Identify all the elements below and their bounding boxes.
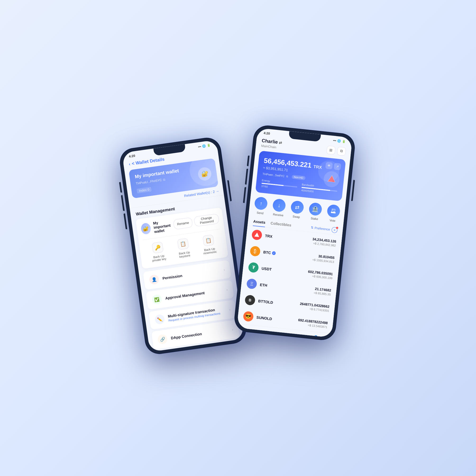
backup-key-label: Back Up private key [152,254,166,262]
right-wifi-icon: 🌐 [337,139,341,143]
left-screen: 4:20 MainChain ▪▪▪ 🌐 🔋 ‹ < Wallet Detail… [122,140,244,352]
addr-copy-icon[interactable]: ⧉ [286,175,288,178]
badge-notification: 1 [336,227,338,229]
wallet-address-text: THPvaU...Fhn5YC [136,178,162,185]
side-button-mute [119,182,122,193]
usdt-values: 602,786.035091 ≈$ 606,000.199 [308,269,333,280]
action-swap[interactable]: ⇄ Swap [290,200,304,219]
wallet-index: Index 0 [136,187,152,194]
usdt-symbol: USDT [261,266,280,272]
multisig-arrow: › [229,307,231,312]
backup-keystore[interactable]: 📋 Back Up keystore [177,238,190,258]
nav-collectibles-icon: ⬡ [270,331,275,337]
balance-controls: 👁 ↗ [325,162,341,170]
svg-marker-0 [328,175,336,182]
qr-button[interactable]: ⧉ [337,147,346,156]
receive-circle: ↓ [272,198,286,212]
btc-verified: ✓ [272,251,276,255]
tab-assets[interactable]: Assets [253,217,266,227]
rename-button[interactable]: Rename [173,217,193,230]
backup-private-key[interactable]: 🔑 Back Up private key [150,241,167,262]
asset-list: TRX 34,234,453.126 ≈$ 2,760,842.982 ₿ BT… [237,226,342,333]
preference-label: Preference [314,226,330,231]
backup-keystore-label: Back Up keystore [179,250,191,258]
right-status-icons: ▪▪▪ 🌐 🔋 [333,139,346,143]
scan-button[interactable]: ⊞ [326,145,336,155]
right-side-button-power [351,180,355,201]
left-phone: 4:20 MainChain ▪▪▪ 🌐 🔋 ‹ < Wallet Detail… [118,136,248,356]
approval-icon: ✅ [152,294,162,305]
btt-values: 2648771.04328662 ≈$ 6.77419355 [299,301,329,312]
permission-text: Permission [162,268,220,280]
sun-symbol: SUNOLD [256,315,275,321]
nav-profile[interactable]: 👤 [312,335,319,338]
vote-circle: 🗳 [327,204,341,218]
preference-button[interactable]: ⇅ Preference [311,226,330,231]
btc-symbol: BTC ✓ [263,250,282,256]
add-asset-button[interactable]: + 1 [331,227,338,233]
trx-symbol: TRX [265,234,283,240]
wallet-name-text: My important wallet [153,219,172,234]
eth-symbol: ETH [260,283,278,289]
swap-circle: ⇄ [290,200,304,214]
stake-label: Stake [310,217,318,221]
swap-label: Swap [292,215,300,219]
btc-values: 30.810455 ≈$ 1555,934.813 [312,253,335,263]
side-button-power [227,180,232,201]
backup-key-icon: 🔑 [152,242,163,254]
nav-assets-icon: ◉ [249,328,254,335]
action-send[interactable]: ↑ Send [254,196,268,215]
dapp-arrow: › [232,327,234,331]
signal-icon: ▪▪▪ [198,145,201,149]
approval-text: Approval Management [165,288,223,300]
balance-main: 56,456,453.221 TRX ≈ $3,951,951.71 THPwe… [262,157,340,184]
backup-mnemonic[interactable]: 📋 Back Up mnemonic [201,234,217,255]
right-signal-icon: ▪▪▪ [333,139,336,142]
btt-icon: B [245,295,256,306]
action-vote[interactable]: 🗳 Vote [326,204,341,223]
backup-mnemonic-label: Back Up mnemonic [203,247,217,255]
nav-history[interactable]: ◷ [291,333,296,338]
stake-circle: 🏦 [308,202,322,216]
nav-assets-dot [250,335,251,336]
swap-icon[interactable]: ⇄ [279,140,282,145]
action-stake[interactable]: 🏦 Stake [308,202,322,221]
backup-keystore-icon: 📋 [177,238,189,250]
nav-collectibles[interactable]: ⬡ [270,331,275,338]
btt-symbol: BTTOLD [258,299,277,305]
permission-label: Permission [162,268,220,280]
wallet-avatar: 🔐 [140,222,151,235]
multisig-icon: ✏️ [154,314,165,325]
wallet-card-decoration: 🔐 [197,166,212,181]
balance-currency: TRX [313,164,322,170]
change-password-button[interactable]: Change Password [194,213,219,227]
header-actions: ⊞ ⧉ [326,145,346,156]
nav-profile-icon: 👤 [313,335,319,338]
usdt-icon: ₮ [248,262,259,273]
eye-icon[interactable]: 👁 [325,162,333,170]
backup-mnemonic-icon: 📋 [202,235,214,246]
nav-history-icon: ◷ [291,333,296,338]
nav-assets[interactable]: ◉ [249,328,254,336]
back-arrow: ‹ [129,162,131,167]
trx-icon [251,229,263,240]
right-side-button-mute [247,155,249,166]
send-label: Send [257,211,264,215]
expand-icon[interactable]: ↗ [334,163,341,170]
right-screen: 4:20 ▪▪▪ 🌐 🔋 Charlie ⇄ MainChain [237,128,352,337]
wifi-icon: 🌐 [202,144,206,148]
right-battery-icon: 🔋 [342,139,346,143]
right-status-time: 4:20 [263,131,270,135]
user-info: Charlie ⇄ MainChain [261,138,282,150]
dapp-label: DApp Connection [171,328,228,340]
sun-values: 692.418878222498 ≈$ 13.5483871 [298,318,328,329]
action-receive[interactable]: ↓ Receive [272,198,286,217]
permission-icon: 👤 [149,274,160,285]
phones-container: 4:20 MainChain ▪▪▪ 🌐 🔋 ‹ < Wallet Detail… [131,134,345,342]
side-button-vol-down [123,213,127,229]
trx-values: 34,234,453.126 ≈$ 2,760,842.982 [312,237,336,247]
approval-arrow: › [226,287,228,292]
btc-icon: ₿ [250,246,261,257]
multisig-text: Multi-signature transaction Request or p… [168,306,226,322]
copy-icon[interactable]: ⧉ [163,178,166,182]
